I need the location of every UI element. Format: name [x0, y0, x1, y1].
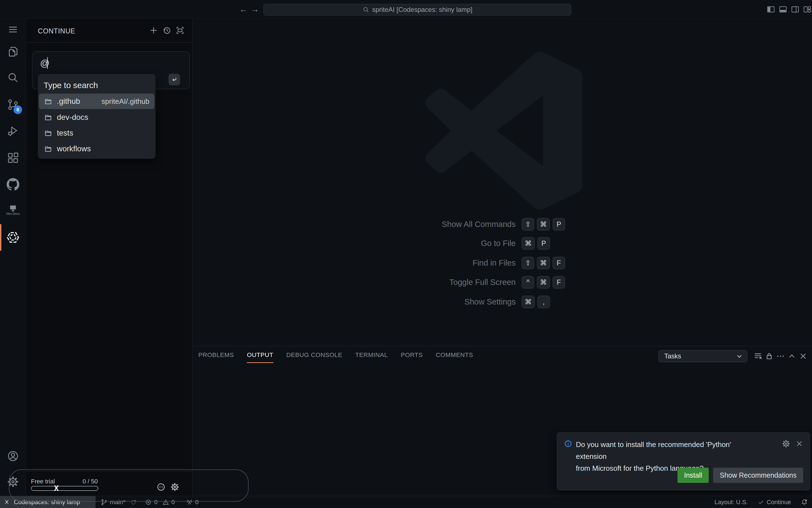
- item-label: .github: [57, 97, 80, 106]
- shortcut-row: Show Settings ⌘ ,: [275, 295, 676, 309]
- dropdown-item-workflows[interactable]: workflows: [39, 141, 154, 157]
- continue-status-label: Continue: [767, 499, 791, 506]
- tab-debug-console[interactable]: DEBUG CONSOLE: [286, 347, 342, 363]
- context-dropdown: Type to search .github spriteAI/.github …: [38, 74, 156, 159]
- keycap: ⌘: [537, 218, 550, 230]
- item-label: tests: [57, 129, 73, 137]
- keycap: ,: [537, 296, 550, 308]
- error-count: 0: [154, 499, 157, 506]
- warning-count: 0: [171, 499, 175, 506]
- layout-controls: [766, 5, 812, 14]
- customize-layout-icon[interactable]: [803, 5, 812, 14]
- github-icon[interactable]: [0, 174, 26, 195]
- keycap: F: [553, 276, 565, 289]
- toggle-panel-icon[interactable]: [778, 5, 788, 14]
- search-view-icon[interactable]: [0, 68, 26, 87]
- tab-output[interactable]: OUTPUT: [247, 347, 274, 363]
- output-channel-value: Tasks: [664, 352, 681, 360]
- sidebar-footer: Free trial 0 / 50 X: [26, 471, 192, 496]
- clear-output-icon[interactable]: [753, 351, 763, 361]
- activity-bar: 8 Dev-Docs: [0, 19, 26, 496]
- devdocs-label: Dev-Docs: [0, 212, 26, 215]
- account-icon[interactable]: [0, 446, 26, 466]
- new-session-icon[interactable]: [149, 26, 159, 35]
- sync-item[interactable]: [130, 499, 137, 506]
- sidebar-header: CONTINUE: [26, 19, 192, 43]
- tab-ports[interactable]: PORTS: [401, 347, 423, 363]
- status-bar: Codespaces: shiny lamp main* 0 0 0: [0, 496, 812, 508]
- maximize-panel-icon[interactable]: [787, 351, 797, 361]
- command-center-search[interactable]: spriteAI [Codespaces: shiny lamp]: [263, 4, 571, 15]
- forward-icon[interactable]: →: [249, 4, 260, 15]
- shortcut-row: Find in Files ⇧ ⌘ F: [275, 256, 676, 270]
- problems-warnings-item[interactable]: 0: [162, 499, 175, 506]
- text-cursor: [47, 57, 48, 69]
- dropdown-item-devdocs[interactable]: dev-docs: [39, 110, 154, 125]
- branch-item[interactable]: main*: [100, 499, 125, 506]
- chat-input-value: @: [40, 58, 50, 69]
- dropdown-item-tests[interactable]: tests: [39, 125, 154, 141]
- sidebar-title: CONTINUE: [38, 27, 75, 35]
- item-label: workflows: [57, 144, 91, 153]
- menu-icon[interactable]: [0, 19, 26, 40]
- shortcut-label: Find in Files: [275, 258, 516, 267]
- history-icon[interactable]: [162, 26, 172, 35]
- usage-progress-bar: X: [31, 486, 98, 491]
- explorer-icon[interactable]: [0, 42, 26, 61]
- lock-scroll-icon[interactable]: [765, 351, 774, 361]
- dropdown-item-github[interactable]: .github spriteAI/.github: [39, 94, 154, 109]
- keycap: ⌘: [522, 237, 535, 250]
- remote-label: Codespaces: shiny lamp: [14, 499, 80, 506]
- keycap: P: [553, 218, 565, 230]
- ports-count: 0: [195, 499, 199, 506]
- shortcut-label: Show All Commands: [275, 220, 516, 229]
- toggle-sidebar-icon[interactable]: [766, 5, 776, 14]
- output-channel-select[interactable]: Tasks: [658, 350, 747, 362]
- shortcut-label: Show Settings: [275, 297, 516, 306]
- keycap: ⌘: [522, 296, 535, 308]
- run-debug-icon[interactable]: [0, 121, 26, 141]
- branch-label: main*: [110, 499, 125, 506]
- remote-indicator[interactable]: Codespaces: shiny lamp: [0, 496, 95, 508]
- keycap: F: [553, 257, 565, 269]
- tab-problems[interactable]: PROBLEMS: [198, 347, 234, 363]
- notification-close-icon[interactable]: [795, 439, 804, 448]
- error-icon: [145, 499, 152, 506]
- fullscreen-icon[interactable]: [175, 26, 185, 35]
- shortcut-row: Show All Commands ⇧ ⌘ P: [275, 217, 676, 231]
- notification-toast: Do you want to install the recommended '…: [557, 432, 810, 490]
- shortcut-label: Go to File: [275, 239, 516, 248]
- back-icon[interactable]: ←: [238, 4, 249, 15]
- tab-comments[interactable]: COMMENTS: [436, 347, 473, 363]
- chevron-down-icon: [735, 352, 743, 360]
- title-bar: ← → spriteAI [Codespaces: shiny lamp]: [0, 0, 812, 19]
- continue-extension-icon[interactable]: [0, 227, 26, 247]
- info-icon: [564, 439, 573, 448]
- usage-counter: 0 / 50: [83, 478, 98, 485]
- keyboard-layout-item[interactable]: Layout: U.S.: [715, 499, 748, 506]
- notification-settings-icon[interactable]: [782, 439, 790, 448]
- ports-item[interactable]: 0: [186, 499, 199, 506]
- keycap: ⇧: [522, 218, 534, 230]
- dropdown-hint: Type to search: [44, 81, 98, 90]
- continue-status-item[interactable]: Continue: [757, 499, 791, 506]
- tab-terminal[interactable]: TERMINAL: [355, 347, 388, 363]
- settings-gear-icon[interactable]: [0, 472, 26, 492]
- enter-button[interactable]: [168, 74, 180, 85]
- problems-errors-item[interactable]: 0: [145, 499, 157, 506]
- more-actions-icon[interactable]: [776, 351, 785, 361]
- source-control-icon[interactable]: [0, 95, 26, 115]
- notifications-bell-icon[interactable]: [800, 498, 808, 506]
- show-recommendations-button[interactable]: Show Recommendations: [713, 468, 803, 483]
- item-detail: spriteAI/.github: [102, 97, 150, 106]
- keycap: ⌘: [537, 257, 550, 269]
- progress-marker: X: [54, 483, 59, 493]
- continue-settings-icon[interactable]: [170, 482, 179, 492]
- feedback-icon[interactable]: [156, 482, 166, 492]
- install-button[interactable]: Install: [678, 468, 709, 483]
- git-branch-icon: [100, 499, 108, 506]
- extensions-icon[interactable]: [0, 148, 26, 168]
- folder-icon: [44, 129, 52, 137]
- toggle-secondary-sidebar-icon[interactable]: [790, 5, 800, 14]
- close-panel-icon[interactable]: [799, 351, 808, 361]
